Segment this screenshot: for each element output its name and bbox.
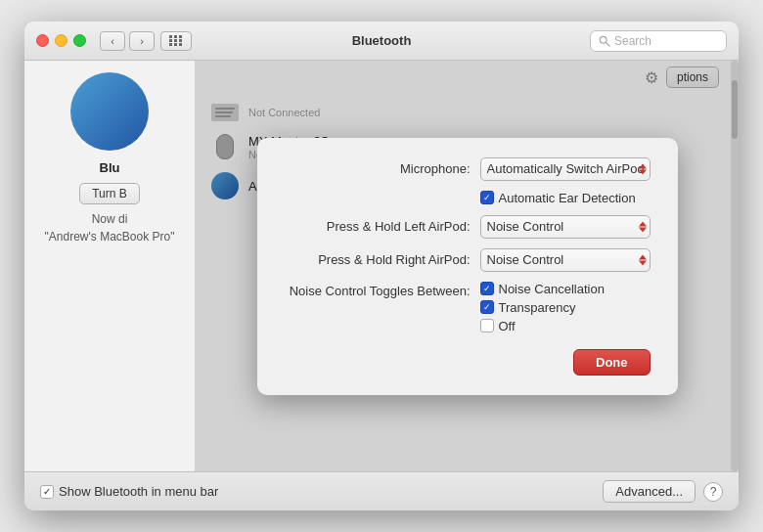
bluetooth-window: ‹ › Bluetooth Search Blu: [24, 22, 739, 510]
search-bar[interactable]: Search: [590, 30, 727, 52]
bottom-bar: ✓ Show Bluetooth in menu bar Advanced...…: [24, 471, 739, 510]
show-bluetooth-label: Show Bluetooth in menu bar: [59, 484, 218, 499]
back-icon: ‹: [111, 35, 114, 47]
noise-cancellation-row: ✓ Noise Cancellation: [480, 282, 605, 296]
content-area: Blu Turn B Now di "Andrew's MacBook Pro"…: [24, 61, 739, 471]
svg-line-1: [606, 42, 609, 46]
press-right-label: Press & Hold Right AirPod:: [285, 252, 480, 267]
traffic-lights: [36, 34, 86, 47]
show-bluetooth-checkbox[interactable]: ✓: [40, 485, 54, 499]
nav-buttons: ‹ ›: [100, 31, 155, 51]
help-button[interactable]: ?: [703, 482, 723, 502]
back-button[interactable]: ‹: [100, 31, 125, 51]
off-checkbox[interactable]: [480, 319, 494, 332]
press-left-select[interactable]: Noise Control Off: [480, 215, 651, 239]
now-discovering: Now di: [92, 212, 128, 226]
microphone-select[interactable]: Automatically Switch AirPods Always Left…: [480, 157, 651, 181]
grid-icon: [169, 35, 183, 46]
window-title: Bluetooth: [352, 33, 412, 48]
device-avatar: [70, 72, 149, 151]
off-label: Off: [499, 319, 516, 333]
minimize-button[interactable]: [55, 34, 67, 47]
auto-ear-label: Automatic Ear Detection: [499, 191, 636, 205]
show-bluetooth-section: ✓ Show Bluetooth in menu bar: [40, 484, 603, 499]
auto-ear-control: ✓ Automatic Ear Detection: [480, 191, 651, 205]
noise-options: ✓ Noise Cancellation ✓ Transparency: [480, 282, 605, 333]
transparency-checkbox[interactable]: ✓: [480, 300, 494, 314]
microphone-row: Microphone: Automatically Switch AirPods…: [285, 157, 651, 181]
done-button[interactable]: Done: [573, 349, 651, 376]
press-right-select[interactable]: Noise Control Off: [480, 248, 651, 272]
checkmark-icon: ✓: [43, 486, 51, 497]
advanced-button[interactable]: Advanced...: [603, 480, 696, 503]
noise-cancellation-checkbox[interactable]: ✓: [480, 282, 494, 295]
microphone-select-wrapper: Automatically Switch AirPods Always Left…: [480, 157, 651, 181]
press-left-label: Press & Hold Left AirPod:: [285, 219, 480, 234]
search-placeholder: Search: [614, 34, 651, 48]
search-icon: [599, 35, 610, 47]
forward-icon: ›: [140, 35, 144, 47]
grid-button[interactable]: [160, 31, 192, 51]
titlebar: ‹ › Bluetooth Search: [24, 22, 739, 61]
transparency-label: Transparency: [499, 300, 576, 315]
close-button[interactable]: [36, 34, 49, 47]
transparency-row: ✓ Transparency: [480, 300, 605, 315]
press-right-control: Noise Control Off: [480, 248, 651, 272]
sidebar: Blu Turn B Now di "Andrew's MacBook Pro": [24, 61, 196, 471]
noise-cancellation-label: Noise Cancellation: [499, 282, 605, 296]
sidebar-device-name: Blu: [100, 160, 120, 175]
forward-button[interactable]: ›: [129, 31, 155, 51]
checkmark-icon: ✓: [483, 193, 491, 202]
press-right-select-wrapper: Noise Control Off: [480, 248, 651, 272]
checkmark-icon: ✓: [483, 302, 491, 312]
noise-toggle-row: Noise Control Toggles Between: ✓ Noise C…: [285, 282, 651, 333]
noise-toggles-label: Noise Control Toggles Between:: [285, 282, 480, 301]
modal-footer: Done: [285, 349, 651, 376]
press-right-row: Press & Hold Right AirPod: Noise Control…: [285, 248, 651, 272]
checkmark-icon: ✓: [483, 284, 491, 293]
microphone-label: Microphone:: [285, 161, 480, 176]
microphone-control: Automatically Switch AirPods Always Left…: [480, 157, 651, 181]
airpods-settings-modal: Microphone: Automatically Switch AirPods…: [257, 138, 678, 395]
auto-ear-checkbox[interactable]: ✓: [480, 191, 494, 204]
mac-name: "Andrew's MacBook Pro": [45, 230, 175, 244]
auto-ear-row: ✓ Automatic Ear Detection: [285, 191, 651, 205]
press-left-row: Press & Hold Left AirPod: Noise Control …: [285, 215, 651, 239]
maximize-button[interactable]: [73, 34, 86, 47]
modal-overlay: Microphone: Automatically Switch AirPods…: [196, 61, 739, 471]
press-left-control: Noise Control Off: [480, 215, 651, 239]
main-panel: ⚙ ptions Not Connected: [196, 61, 739, 471]
press-left-select-wrapper: Noise Control Off: [480, 215, 651, 239]
turn-button[interactable]: Turn B: [79, 183, 140, 204]
off-row: Off: [480, 319, 605, 333]
